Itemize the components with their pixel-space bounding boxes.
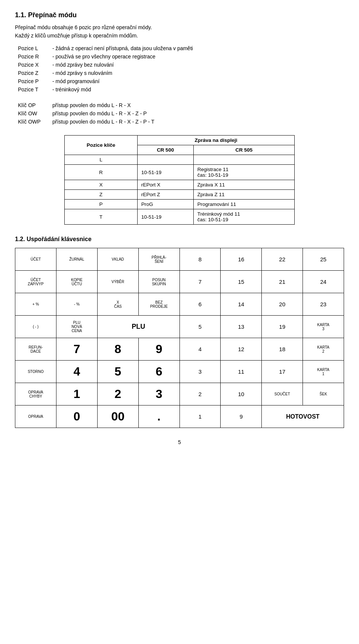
zprava-cr500: ProG [137,200,193,209]
keyboard-cell: 7 [56,338,97,361]
keyboard-cell: 1 [56,383,97,405]
keyboard-cell: 23 [303,293,344,316]
keyboard-cell: PLU [97,316,180,338]
zprava-row: ZrEPort ZZpráva Z 11 [65,190,295,200]
keyboard-cell: 2 [180,383,221,405]
keyboard-cell: 9 [221,405,262,428]
keyboard-cell: ŠEK [303,383,344,405]
section-heading-2: 1.2. Uspořádání klávesnice [15,236,344,243]
pozice-desc: - tréninkový mód [50,86,343,93]
keyboard-cell: POSUNSKUPIN [138,271,180,293]
keyboard-row: + %- %XČASBEZPRODEJE6142023 [15,293,344,316]
keyboard-cell: 25 [303,248,344,271]
pozice-desc: - mód programování [50,78,343,85]
col-cr505: CR 505 [193,145,294,155]
section-klavesnice: 1.2. Uspořádání klávesnice ÚČETŽURNÁLVKL… [15,236,344,428]
page-number: 5 [15,439,344,445]
keyboard-table: ÚČETŽURNÁLVKLADPŘIHLÁ-ŠENÍ8162225ÚČETZAP… [15,248,344,428]
keyboard-cell: SOUČET [262,383,303,405]
pozice-row: Pozice T- tréninkový mód [16,86,343,93]
pozice-label: Pozice Z [16,69,49,77]
klic-row: Klíč OWPpřístup povolen do módu L - R - … [16,118,343,125]
zprava-cr500: rEPort Z [137,190,193,200]
klic-desc: přístup povolen do módu L - R - X - Z - … [50,110,343,117]
keyboard-cell: ŽURNÁL [56,248,97,271]
keyboard-cell: ( - ) [15,316,56,338]
intro-line-1: Přepínač módu obsahuje 6 pozic pro různé… [15,24,344,30]
zprava-pos: T [65,209,138,225]
keyboard-cell: 13 [221,316,262,338]
zprava-header: Zpráva na displeji [137,136,294,145]
pozice-desc: - žádná z operací není přístupná, data j… [50,45,343,52]
zprava-cr500: 10-51-19 [137,209,193,225]
pozice-label: Pozice L [16,45,49,52]
keyboard-row: ( - )PLUNOVÁCENAPLU51319KARTA3 [15,316,344,338]
zprava-table: Pozice klíče Zpráva na displeji CR 500 C… [64,135,295,225]
klic-label: Klíč OWP [16,118,49,125]
keyboard-cell: . [138,405,180,428]
keyboard-cell: 10 [221,383,262,405]
zprava-cr505: Tréninkový mód 11čas: 10-51-19 [193,209,294,225]
keyboard-cell: VKLAD [97,248,138,271]
keyboard-cell: KOPIEÚČTU [56,271,97,293]
zprava-row: T10-51-19Tréninkový mód 11čas: 10-51-19 [65,209,295,225]
keyboard-cell: 20 [262,293,303,316]
keyboard-cell: 15 [221,271,262,293]
keyboard-row: OPRAVACHYBY123210SOUČETŠEK [15,383,344,405]
zprava-cr500: rEPort X [137,180,193,190]
keyboard-row: ÚČETŽURNÁLVKLADPŘIHLÁ-ŠENÍ8162225 [15,248,344,271]
keyboard-cell: OPRAVACHYBY [15,383,56,405]
keyboard-cell: STORNO [15,361,56,383]
keyboard-cell: 19 [262,316,303,338]
klic-table: Klíč OPpřístup povolen do módu L - R - X… [15,101,344,126]
keyboard-cell: PLUNOVÁCENA [56,316,97,338]
keyboard-row: OPRAVA000.19HOTOVOST [15,405,344,428]
keyboard-cell: 2 [97,383,138,405]
pozice-label: Pozice R [16,53,49,60]
pozice-desc: - používá se pro všechny operace registr… [50,53,343,60]
keyboard-cell: 1 [180,405,221,428]
klic-desc: přístup povolen do módu L - R - X [50,101,343,109]
keyboard-cell: 9 [138,338,180,361]
keyboard-cell: PŘIHLÁ-ŠENÍ [138,248,180,271]
keyboard-row: REFUN-DACE78941218KARTA2 [15,338,344,361]
zprava-cr505 [193,155,294,165]
pozice-label: Pozice P [16,78,49,85]
zprava-row: XrEPort XZpráva X 11 [65,180,295,190]
keyboard-cell: + % [15,293,56,316]
pozice-table: Pozice L- žádná z operací není přístupná… [15,44,344,94]
zprava-cr505: Zpráva X 11 [193,180,294,190]
keyboard-row: STORNO45631117KARTA1 [15,361,344,383]
section-prepinac-modu: 1.1. Přepínač módu Přepínač módu obsahuj… [15,11,344,225]
zprava-cr500 [137,155,193,165]
col-pozice: Pozice klíče [65,136,138,155]
keyboard-cell: 21 [262,271,303,293]
keyboard-cell: - % [56,293,97,316]
keyboard-cell: HOTOVOST [262,405,344,428]
zprava-row: L [65,155,295,165]
keyboard-cell: BEZPRODEJE [138,293,180,316]
keyboard-cell: 4 [180,338,221,361]
zprava-cr505: Programování 11 [193,200,294,209]
keyboard-cell: 5 [180,316,221,338]
keyboard-cell: 8 [97,338,138,361]
keyboard-cell: XČAS [97,293,138,316]
keyboard-cell: 7 [180,271,221,293]
keyboard-cell: 00 [97,405,138,428]
keyboard-cell: 17 [262,361,303,383]
pozice-desc: - mód zprávy bez nulování [50,61,343,69]
zprava-cr505: Zpráva Z 11 [193,190,294,200]
pozice-row: Pozice X- mód zprávy bez nulování [16,61,343,69]
klic-label: Klíč OW [16,110,49,117]
zprava-pos: R [65,165,138,180]
klic-desc: přístup povolen do módu L - R - X - Z - … [50,118,343,125]
keyboard-cell: OPRAVA [15,405,56,428]
keyboard-cell: ÚČET [15,248,56,271]
col-cr500: CR 500 [137,145,193,155]
keyboard-cell: 24 [303,271,344,293]
keyboard-cell: 14 [221,293,262,316]
zprava-pos: P [65,200,138,209]
keyboard-cell: 5 [97,361,138,383]
keyboard-cell: 8 [180,248,221,271]
keyboard-cell: 3 [180,361,221,383]
